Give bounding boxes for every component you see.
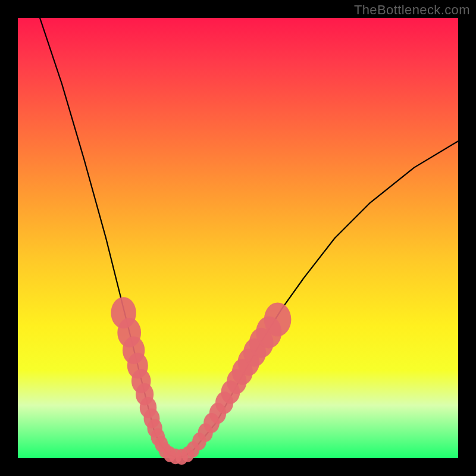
watermark-text: TheBottleneck.com bbox=[354, 2, 470, 18]
chart-svg bbox=[18, 18, 458, 458]
svg-point-29 bbox=[264, 302, 292, 336]
bottleneck-curve bbox=[40, 18, 458, 458]
chart-frame: TheBottleneck.com bbox=[0, 0, 476, 476]
marker-cluster bbox=[111, 297, 291, 465]
plot-area bbox=[18, 18, 458, 458]
